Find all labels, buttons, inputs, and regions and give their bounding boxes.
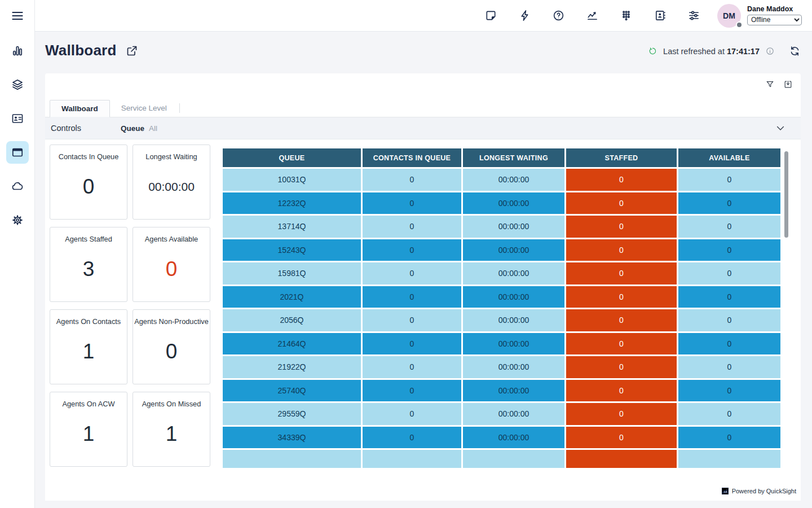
kpi-label: Contacts In Queue — [59, 152, 119, 161]
table-cell-staffed: 0 — [566, 192, 677, 214]
table-cell-staffed: 0 — [566, 169, 677, 191]
table-cell — [223, 450, 361, 468]
table-cell — [678, 450, 780, 468]
kpi-card: Agents On ACW1 — [50, 392, 127, 467]
table-cell: 00:00:00 — [463, 192, 564, 214]
kpi-label: Agents On Contacts — [56, 317, 121, 326]
queue-filter[interactable]: Queue All — [121, 124, 157, 133]
sidebar-item-bar-chart[interactable] — [6, 40, 29, 62]
table-cell-staffed: 0 — [566, 356, 677, 378]
table-row: 2056Q000:00:0000 — [223, 309, 780, 331]
table-cell: 0 — [678, 427, 780, 449]
user-block: DM Dane Maddox Offline — [717, 4, 802, 28]
kpi-value: 0 — [166, 326, 178, 384]
help-icon[interactable] — [552, 9, 565, 22]
id-card-icon — [11, 112, 24, 125]
table-cell-staffed: 0 — [566, 309, 677, 331]
tab-wallboard-label: Wallboard — [61, 104, 98, 113]
table-row: 21922Q000:00:0000 — [223, 356, 780, 378]
queue-table: QUEUECONTACTS IN QUEUELONGEST WAITINGSTA… — [221, 147, 782, 468]
kpi-label: Agents Available — [145, 235, 198, 243]
table-cell — [463, 450, 564, 468]
lightning-icon[interactable] — [518, 9, 531, 22]
table-cell: 0 — [678, 380, 780, 402]
kpi-label: Longest Waiting — [145, 152, 197, 161]
tab-service-level[interactable]: Service Level — [110, 99, 178, 117]
table-cell-staffed: 0 — [566, 262, 677, 284]
topbar-icons — [484, 9, 700, 22]
auto-refresh-icon — [648, 46, 657, 56]
table-cell: 0 — [678, 216, 780, 238]
table-column-header[interactable]: STAFFED — [566, 148, 677, 167]
table-cell: 00:00:00 — [463, 427, 564, 449]
table-cell: 0 — [678, 333, 780, 355]
sidebar-item-cloud[interactable] — [6, 175, 29, 198]
sidebar-item-browser-window[interactable] — [6, 141, 29, 164]
kpi-value: 1 — [83, 326, 95, 384]
hamburger-menu-icon[interactable] — [10, 8, 25, 23]
contacts-icon[interactable] — [654, 9, 667, 22]
table-cell: 0 — [678, 262, 780, 284]
kpi-card: Agents On Contacts1 — [50, 309, 127, 384]
table-cell-staffed: 0 — [566, 216, 677, 238]
kpi-card: Contacts In Queue0 — [50, 144, 127, 220]
table-column-header[interactable]: CONTACTS IN QUEUE — [363, 148, 461, 167]
table-cell: 0 — [678, 403, 780, 425]
avatar[interactable]: DM — [717, 4, 741, 28]
line-chart-icon[interactable] — [586, 9, 599, 22]
bar-chart-icon — [11, 44, 24, 58]
note-icon[interactable] — [484, 9, 497, 22]
table-cell: 0 — [678, 309, 780, 331]
quicksight-logo-icon — [722, 488, 729, 494]
sidebar-item-id-card[interactable] — [6, 107, 29, 130]
table-cell: 15243Q — [223, 239, 361, 261]
table-cell: 00:00:00 — [463, 403, 564, 425]
cloud-icon — [11, 179, 24, 193]
controls-collapse-button[interactable] — [775, 122, 786, 134]
table-row: 34339Q000:00:0000 — [223, 427, 780, 449]
external-link-icon[interactable] — [125, 44, 139, 58]
table-column-header[interactable]: QUEUE — [223, 148, 361, 167]
filter-icon[interactable] — [765, 80, 775, 89]
table-cell: 34339Q — [223, 427, 361, 449]
dialpad-icon[interactable] — [620, 9, 633, 22]
table-cell: 00:00:00 — [463, 286, 564, 308]
export-icon[interactable] — [783, 80, 793, 89]
table-row: 12232Q000:00:0000 — [223, 192, 780, 214]
queue-filter-name: Queue — [121, 124, 144, 133]
table-scrollbar[interactable] — [784, 151, 788, 238]
table-cell: 12232Q — [223, 192, 361, 214]
kpi-grid: Contacts In Queue0Longest Waiting00:00:0… — [50, 144, 210, 467]
table-cell: 0 — [678, 239, 780, 261]
sidebar-item-gear[interactable] — [6, 209, 29, 231]
status-select[interactable]: Offline — [747, 15, 802, 25]
kpi-value: 0 — [166, 243, 178, 301]
table-cell: 0 — [363, 333, 461, 355]
table-cell: 0 — [363, 309, 461, 331]
table-column-header[interactable]: LONGEST WAITING — [463, 148, 564, 167]
dashboard-panel: Wallboard Service Level Controls Queue A… — [45, 73, 801, 501]
table-cell: 00:00:00 — [463, 356, 564, 378]
refresh-time: 17:41:17 — [727, 47, 760, 56]
table-row: 15981Q000:00:0000 — [223, 262, 780, 284]
tab-wallboard[interactable]: Wallboard — [50, 100, 110, 117]
user-name: Dane Maddox — [747, 5, 802, 13]
table-cell — [363, 450, 461, 468]
table-cell: 00:00:00 — [463, 216, 564, 238]
sidebar-item-layers[interactable] — [6, 73, 29, 96]
table-cell: 21464Q — [223, 333, 361, 355]
table-cell: 0 — [363, 239, 461, 261]
page-title: Wallboard — [45, 42, 117, 59]
table-cell: 0 — [363, 403, 461, 425]
kpi-card: Agents Staffed3 — [50, 227, 127, 302]
table-cell: 0 — [678, 356, 780, 378]
table-row: 2021Q000:00:0000 — [223, 286, 780, 308]
info-icon[interactable] — [765, 46, 775, 56]
table-cell: 15981Q — [223, 262, 361, 284]
refresh-button[interactable] — [789, 45, 801, 57]
kpi-label: Agents Non-Productive — [134, 317, 209, 326]
table-column-header[interactable]: AVAILABLE — [678, 148, 780, 167]
kpi-value: 00:00:00 — [148, 161, 195, 219]
sliders-icon[interactable] — [687, 9, 700, 22]
refresh-row: Last refreshed at 17:41:17 — [648, 45, 801, 57]
